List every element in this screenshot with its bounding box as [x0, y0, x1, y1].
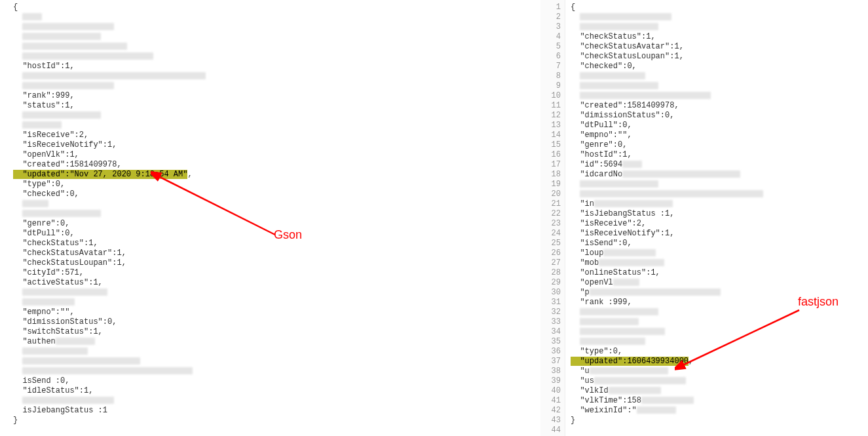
code-line: "type":0, — [571, 347, 867, 357]
code-line: "mob — [571, 258, 867, 268]
code-line: "dimissionStatus":0, — [571, 111, 867, 121]
line-number: 8 — [542, 71, 561, 81]
code-line: "dtPull":0, — [571, 121, 867, 130]
code-line: "checkStatusLoupan":1, — [571, 52, 867, 62]
redacted-text — [594, 377, 686, 384]
code-line — [13, 367, 536, 376]
line-number: 5 — [542, 42, 561, 52]
code-line — [13, 121, 536, 130]
redacted-text — [641, 397, 694, 404]
code-line — [13, 12, 536, 22]
right-line-gutter: 1234567891011121314151617181920212223242… — [540, 0, 565, 436]
redacted-text — [580, 318, 639, 325]
code-line — [13, 52, 536, 62]
redacted-text — [22, 397, 114, 404]
redacted-text — [580, 180, 658, 188]
line-number: 26 — [542, 248, 561, 258]
redacted-text — [22, 288, 107, 296]
code-line: "hostId":1, — [13, 62, 536, 71]
left-json-pane[interactable]: { "hostId":1, "rank":999, "status":1, "i… — [0, 0, 537, 436]
code-line — [571, 189, 867, 199]
code-line: "openVl — [571, 278, 867, 288]
code-line: } — [13, 416, 536, 426]
code-line — [571, 426, 867, 435]
right-json-pane[interactable]: 1234567891011121314151617181920212223242… — [540, 0, 868, 436]
redacted-text — [22, 82, 114, 89]
code-line: "isReceive":2, — [13, 130, 536, 140]
redacted-text — [580, 328, 665, 335]
line-number: 21 — [542, 199, 561, 209]
redacted-text — [22, 33, 101, 40]
redacted-text — [22, 52, 153, 60]
line-number: 40 — [542, 386, 561, 396]
code-line: } — [571, 416, 867, 426]
code-line — [13, 396, 536, 406]
line-number: 27 — [542, 258, 561, 268]
right-code-area[interactable]: { "checkStatus":1, "checkStatusAvatar":1… — [565, 0, 868, 436]
code-line — [571, 337, 867, 347]
line-number: 22 — [542, 209, 561, 219]
line-number: 1 — [542, 3, 561, 12]
left-code-area[interactable]: { "hostId":1, "rank":999, "status":1, "i… — [0, 0, 537, 428]
code-line: "checkStatusLoupan":1, — [13, 258, 536, 268]
redacted-text — [22, 43, 127, 50]
code-line — [571, 317, 867, 327]
redacted-text — [22, 357, 140, 365]
code-line: "weixinId":" — [571, 406, 867, 416]
code-line: "isReceiveNotify":1, — [571, 229, 867, 239]
code-line: "updated":"Nov 27, 2020 9:18:54 AM", — [13, 170, 536, 180]
code-line — [13, 288, 536, 298]
redacted-text — [580, 338, 645, 345]
redacted-text — [22, 200, 48, 207]
line-number: 33 — [542, 317, 561, 327]
redacted-text — [580, 92, 711, 99]
code-line: "us — [571, 376, 867, 386]
line-number: 25 — [542, 239, 561, 248]
line-number: 43 — [542, 416, 561, 426]
code-line: "authen — [13, 337, 536, 347]
code-line: "created":1581409978, — [571, 101, 867, 111]
line-number: 37 — [542, 357, 561, 367]
redacted-text — [22, 367, 193, 374]
line-number: 41 — [542, 396, 561, 406]
code-line: isSend :0, — [13, 376, 536, 386]
line-number: 13 — [542, 121, 561, 130]
redacted-text — [580, 72, 645, 79]
line-number: 42 — [542, 406, 561, 416]
line-number: 24 — [542, 229, 561, 239]
code-line: "hostId":1, — [571, 150, 867, 160]
code-line — [13, 357, 536, 367]
highlighted-text: "updated":"Nov 27, 2020 9:18:54 AM" — [13, 170, 187, 179]
code-line: "genre":0, — [571, 140, 867, 150]
code-line: "rank":999, — [13, 91, 536, 101]
line-number: 38 — [542, 367, 561, 376]
redacted-text — [590, 288, 721, 296]
line-number: 20 — [542, 189, 561, 199]
line-number: 2 — [542, 12, 561, 22]
code-line — [571, 81, 867, 91]
code-line: "u — [571, 367, 867, 376]
code-line: "checkStatus":1, — [13, 239, 536, 248]
line-number: 44 — [542, 426, 561, 435]
code-line: "id":5694 — [571, 160, 867, 170]
code-line: "checked":0, — [571, 62, 867, 71]
code-line: "empno":"", — [13, 307, 536, 317]
code-line: "checkStatusAvatar":1, — [13, 248, 536, 258]
code-line — [13, 347, 536, 357]
redacted-text — [22, 72, 206, 79]
line-number: 15 — [542, 140, 561, 150]
line-number: 30 — [542, 288, 561, 298]
redacted-text — [580, 23, 658, 30]
code-line — [13, 32, 536, 42]
code-line: "checkStatus":1, — [571, 32, 867, 42]
line-number: 28 — [542, 268, 561, 278]
code-line — [13, 111, 536, 121]
code-line — [13, 81, 536, 91]
code-line: "switchStatus":1, — [13, 327, 536, 337]
redacted-text — [22, 210, 101, 217]
redacted-text — [580, 190, 763, 197]
code-line — [13, 298, 536, 307]
redacted-text — [637, 406, 676, 414]
redacted-text — [22, 111, 101, 119]
line-number: 18 — [542, 170, 561, 180]
